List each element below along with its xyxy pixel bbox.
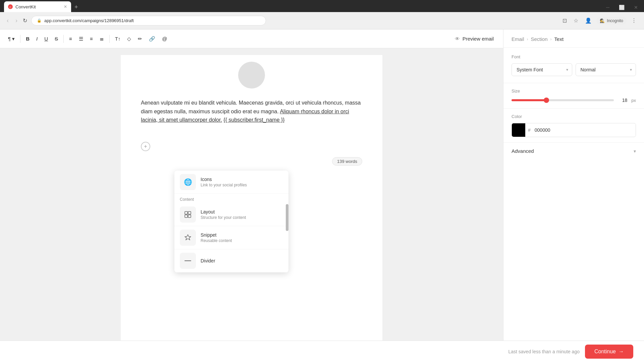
font-label: Font <box>512 54 636 59</box>
font-family-select[interactable]: System Font Arial Georgia <box>512 63 572 76</box>
cast-icon[interactable]: ⊡ <box>560 16 569 25</box>
breadcrumb-sep-2: › <box>550 37 552 42</box>
bold-btn[interactable]: B <box>23 34 32 44</box>
last-saved-text: Last saved less than a minute ago <box>508 349 579 354</box>
tab-strip: C ConvertKit ✕ + <box>4 1 81 12</box>
continue-button[interactable]: Continue → <box>585 345 633 359</box>
new-tab-button[interactable]: + <box>72 4 81 11</box>
color-swatch[interactable] <box>512 123 525 137</box>
avatar <box>238 62 265 88</box>
text-size-btn[interactable]: T↑ <box>112 34 123 44</box>
highlight-btn[interactable]: ✏ <box>135 34 145 44</box>
eye-icon: 👁 <box>455 36 460 42</box>
scroll-thumb[interactable] <box>286 204 288 231</box>
breadcrumb-email[interactable]: Email <box>512 36 524 42</box>
link-btn[interactable]: 🔗 <box>146 34 158 44</box>
maximize-button[interactable]: ⬜ <box>617 4 627 11</box>
color-label: Color <box>512 114 636 119</box>
svg-text:C: C <box>9 6 11 9</box>
size-slider-track <box>512 99 614 101</box>
word-count: 139 words <box>332 157 362 166</box>
tab-close-btn[interactable]: ✕ <box>64 4 67 9</box>
advanced-row[interactable]: Advanced ▾ <box>512 148 636 154</box>
minimize-button[interactable]: ─ <box>604 4 611 11</box>
email-canvas: Aenean vulputate mi eu blandit vehicula.… <box>121 55 382 355</box>
incognito-icon: 🕵 <box>600 18 605 23</box>
color-hash: # <box>525 127 533 133</box>
advanced-section[interactable]: Advanced ▾ <box>503 143 644 159</box>
active-tab[interactable]: C ConvertKit ✕ <box>4 1 71 12</box>
dropdown-scroll-area[interactable]: 🌐 Icons Link to your social profiles Con… <box>174 171 288 273</box>
align-center-btn[interactable]: ☰ <box>76 34 86 44</box>
close-button[interactable]: ✕ <box>632 4 640 11</box>
text-content-block[interactable]: Aenean vulputate mi eu blandit vehicula.… <box>121 92 382 138</box>
breadcrumb-sep-1: › <box>527 37 528 42</box>
advanced-label: Advanced <box>512 148 534 154</box>
breadcrumb-current: Text <box>554 36 564 42</box>
underline-btn[interactable]: U <box>42 34 51 44</box>
more-options-icon[interactable]: ⋮ <box>629 16 639 25</box>
advanced-chevron-icon: ▾ <box>634 148 636 154</box>
mention-btn[interactable]: @ <box>159 34 170 44</box>
divider-text: Divider <box>201 258 215 263</box>
size-slider-wrap[interactable] <box>512 99 614 101</box>
align-left-btn[interactable]: ≡ <box>66 34 75 44</box>
dropdown-item-icons[interactable]: 🌐 Icons Link to your social profiles <box>174 171 288 194</box>
reload-button[interactable]: ↻ <box>23 17 27 24</box>
profile-icon[interactable]: 👤 <box>583 16 594 25</box>
size-label: Size <box>512 88 636 94</box>
dropdown-item-layout[interactable]: Layout Structure for your content <box>174 203 288 226</box>
shape-btn[interactable]: ◇ <box>124 34 134 44</box>
content-scroll-area[interactable]: Aenean vulputate mi eu blandit vehicula.… <box>0 48 503 362</box>
color-hex-input[interactable] <box>533 124 636 136</box>
body-text-1: Aenean vulputate mi eu blandit vehicula.… <box>141 99 362 124</box>
dropdown-item-divider[interactable]: Divider <box>174 249 288 273</box>
dropdown-item-snippet[interactable]: Snippet Reusable content <box>174 226 288 249</box>
color-section: Color # <box>503 109 644 143</box>
bookmark-icon[interactable]: ☆ <box>572 16 580 25</box>
forward-button[interactable]: › <box>14 16 19 25</box>
editor-toolbar: ¶ ▾ B I U S ≡ ☰ ≡ ≣ T↑ ◇ ✏ 🔗 @ 👁 Preview… <box>0 29 503 48</box>
snippet-title: Snippet <box>201 232 232 238</box>
back-button[interactable]: ‹ <box>5 16 10 25</box>
layout-desc: Structure for your content <box>201 215 246 220</box>
size-unit: px <box>631 98 636 103</box>
size-row: 18 px <box>512 98 636 103</box>
font-weight-select[interactable]: Normal Bold Light <box>576 63 636 76</box>
snippet-icon <box>180 230 196 246</box>
svg-rect-5 <box>188 215 191 218</box>
layout-text: Layout Structure for your content <box>201 209 246 220</box>
breadcrumb-section[interactable]: Section <box>531 36 548 42</box>
add-block-button[interactable]: + <box>141 142 150 151</box>
preview-label: Preview email <box>463 36 494 42</box>
address-bar[interactable]: 🔒 app.convertkit.com/campaigns/12896951/… <box>31 16 266 25</box>
svg-rect-3 <box>188 212 191 214</box>
add-block-row: + <box>121 138 382 155</box>
incognito-badge: 🕵 Incognito <box>596 17 627 24</box>
security-icon: 🔒 <box>37 18 42 23</box>
snippet-desc: Reusable content <box>201 238 232 243</box>
align-justify-btn[interactable]: ≣ <box>97 34 107 44</box>
breadcrumb: Email › Section › Text <box>503 29 644 48</box>
size-slider-thumb[interactable] <box>544 98 549 103</box>
preview-email-button[interactable]: 👁 Preview email <box>451 34 498 44</box>
align-right-btn[interactable]: ≡ <box>87 34 96 44</box>
svg-rect-2 <box>185 212 187 214</box>
icons-desc: Link to your social profiles <box>201 183 247 187</box>
color-row: # <box>512 123 636 137</box>
editor-footer: 139 words <box>121 155 382 168</box>
italic-btn[interactable]: I <box>34 34 40 44</box>
snippet-text: Snippet Reusable content <box>201 232 232 243</box>
font-family-wrapper[interactable]: System Font Arial Georgia ▾ <box>512 63 572 76</box>
layout-title: Layout <box>201 209 246 215</box>
url-text: app.convertkit.com/campaigns/12896951/dr… <box>44 18 134 23</box>
continue-label: Continue <box>594 349 616 355</box>
browser-tab-bar: C ConvertKit ✕ + ─ ⬜ ✕ <box>0 0 644 12</box>
strikethrough-btn[interactable]: S <box>52 34 61 44</box>
paragraph-style-btn[interactable]: ¶ ▾ <box>5 34 17 44</box>
tab-title: ConvertKit <box>15 4 36 9</box>
icons-title: Icons <box>201 177 247 182</box>
continue-arrow-icon: → <box>619 349 624 355</box>
size-value: 18 <box>618 98 627 103</box>
font-weight-wrapper[interactable]: Normal Bold Light ▾ <box>576 63 636 76</box>
